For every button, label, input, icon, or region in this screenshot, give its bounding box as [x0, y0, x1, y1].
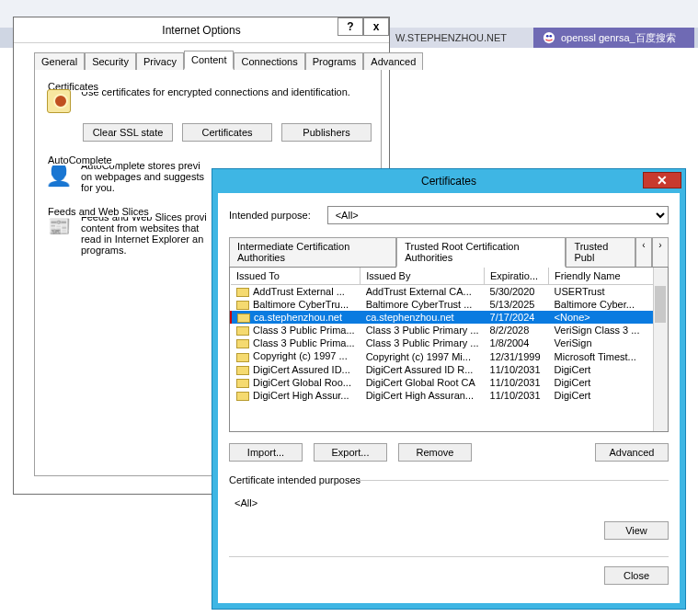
- cell: 8/2/2028: [485, 324, 549, 337]
- tab-privacy[interactable]: Privacy: [136, 52, 184, 70]
- tab-connections[interactable]: Connections: [234, 52, 304, 70]
- cell: <None>: [549, 311, 667, 324]
- table-row[interactable]: AddTrust External ...AddTrust External C…: [231, 285, 667, 299]
- autocomplete-group-title: AutoComplete: [44, 154, 116, 165]
- tab-scroll-left[interactable]: ‹: [635, 237, 652, 268]
- cell: USERTrust: [549, 285, 667, 299]
- tab-scroll-right[interactable]: ›: [652, 237, 669, 268]
- scrollbar[interactable]: [653, 268, 668, 431]
- col-issued-to[interactable]: Issued To: [231, 268, 360, 285]
- tab-general[interactable]: General: [34, 52, 85, 70]
- cell: DigiCert Assured ID R...: [360, 363, 485, 376]
- help-button[interactable]: ?: [338, 17, 363, 36]
- certificates-group: Certificates Use certificates for encryp…: [44, 77, 372, 151]
- cell: Class 3 Public Prima...: [231, 337, 360, 349]
- certificates-title: Certificates: [421, 175, 476, 188]
- tab-programs[interactable]: Programs: [305, 52, 364, 70]
- certificate-icon: [236, 366, 249, 375]
- cell: AddTrust External CA...: [360, 285, 485, 299]
- tab-label: openssl genrsa_百度搜索: [561, 31, 676, 45]
- cell: Class 3 Public Primary ...: [360, 324, 485, 337]
- table-row[interactable]: ca.stephenzhou.netca.stephenzhou.net7/17…: [231, 311, 667, 324]
- tab-label: W.STEPHENZHOU.NET: [395, 32, 507, 43]
- cell: DigiCert High Assur...: [231, 389, 360, 402]
- cell: 11/10/2031: [485, 389, 549, 402]
- certificate-icon: [236, 301, 249, 310]
- table-row[interactable]: DigiCert Global Roo...DigiCert Global Ro…: [231, 376, 667, 389]
- cell: ca.stephenzhou.net: [360, 311, 485, 324]
- certificate-icon: [236, 339, 249, 348]
- col-issued-by[interactable]: Issued By: [360, 268, 485, 285]
- svg-point-0: [544, 32, 555, 43]
- tab-trusted-root-ca[interactable]: Trusted Root Certification Authorities: [396, 237, 566, 268]
- export-button[interactable]: Export...: [314, 443, 387, 462]
- cell: DigiCert: [549, 389, 667, 402]
- cell: VeriSign Class 3 ...: [549, 324, 667, 337]
- certificates-list[interactable]: Issued To Issued By Expiratio... Friendl…: [229, 267, 669, 432]
- internet-options-titlebar[interactable]: Internet Options ? x: [14, 17, 389, 43]
- certificates-button[interactable]: Certificates: [182, 123, 272, 142]
- scrollbar-thumb[interactable]: [655, 286, 666, 323]
- cell: VeriSign: [549, 337, 667, 349]
- table-row[interactable]: Class 3 Public Prima...Class 3 Public Pr…: [231, 337, 667, 349]
- tab-trusted-publishers[interactable]: Trusted Publ: [566, 237, 635, 268]
- certificate-icon: [236, 353, 249, 362]
- tab-intermediate-ca[interactable]: Intermediate Certification Authorities: [229, 237, 396, 268]
- cell: 1/8/2004: [485, 337, 549, 349]
- certificate-icon: [236, 392, 249, 401]
- certificate-icon: [44, 86, 74, 116]
- advanced-button[interactable]: Advanced: [595, 443, 669, 462]
- svg-point-1: [546, 35, 549, 38]
- close-dialog-button[interactable]: Close: [604, 566, 669, 585]
- cell: Baltimore Cyber...: [549, 298, 667, 311]
- table-row[interactable]: DigiCert High Assur...DigiCert High Assu…: [231, 389, 667, 402]
- certificate-icon: [236, 379, 249, 388]
- feeds-desc: Feeds and Web Slices provi content from …: [81, 211, 207, 256]
- intended-purposes-value: <All>: [235, 497, 669, 508]
- certificates-desc: Use certificates for encrypted connectio…: [81, 86, 350, 97]
- table-row[interactable]: DigiCert Assured ID...DigiCert Assured I…: [231, 363, 667, 376]
- close-icon: ✕: [657, 173, 668, 188]
- cell: ca.stephenzhou.net: [231, 311, 360, 324]
- table-row[interactable]: Class 3 Public Prima...Class 3 Public Pr…: [231, 324, 667, 337]
- col-friendly-name[interactable]: Friendly Name: [549, 268, 667, 285]
- import-button[interactable]: Import...: [229, 443, 303, 462]
- table-row[interactable]: Baltimore CyberTru...Baltimore CyberTrus…: [231, 298, 667, 311]
- table-row[interactable]: Copyright (c) 1997 ...Copyright (c) 1997…: [231, 349, 667, 362]
- cell: Baltimore CyberTrust ...: [360, 298, 485, 311]
- cell: 5/30/2020: [485, 285, 549, 299]
- remove-button[interactable]: Remove: [398, 443, 472, 462]
- cell: 7/17/2024: [485, 311, 549, 324]
- cell: DigiCert: [549, 376, 667, 389]
- col-expiration[interactable]: Expiratio...: [485, 268, 549, 285]
- certificate-icon: [237, 314, 250, 323]
- cell: 12/31/1999: [485, 349, 549, 362]
- close-button[interactable]: ✕: [643, 172, 681, 188]
- browser-tab-baidu[interactable]: openssl genrsa_百度搜索: [533, 28, 694, 48]
- close-button[interactable]: x: [363, 17, 389, 36]
- clear-ssl-button[interactable]: Clear SSL state: [83, 123, 173, 142]
- certificate-icon: [236, 326, 249, 336]
- table-header-row: Issued To Issued By Expiratio... Friendl…: [231, 268, 667, 285]
- cell: Class 3 Public Primary ...: [360, 337, 485, 349]
- cell: AddTrust External ...: [231, 285, 360, 299]
- cell: DigiCert Global Root CA: [360, 376, 485, 389]
- cell: Microsoft Timest...: [549, 349, 667, 362]
- intended-purpose-select[interactable]: <All>: [327, 206, 669, 224]
- intended-purpose-label: Intended purpose:: [229, 210, 311, 221]
- certificates-titlebar[interactable]: Certificates ✕: [212, 169, 685, 193]
- certificates-tabs: Intermediate Certification Authorities T…: [229, 237, 669, 268]
- cell: 11/10/2031: [485, 376, 549, 389]
- cell: Baltimore CyberTru...: [231, 298, 360, 311]
- certificate-icon: [236, 288, 249, 297]
- tab-security[interactable]: Security: [85, 52, 136, 70]
- cell: DigiCert High Assuran...: [360, 389, 485, 402]
- publishers-button[interactable]: Publishers: [281, 123, 372, 142]
- cell: DigiCert Assured ID...: [231, 363, 360, 376]
- view-button[interactable]: View: [604, 521, 669, 540]
- browser-tab-stephenzhou[interactable]: W.STEPHENZHOU.NET: [386, 28, 533, 48]
- tab-advanced[interactable]: Advanced: [363, 52, 423, 70]
- cell: 5/13/2025: [485, 298, 549, 311]
- feeds-group-title: Feeds and Web Slices: [44, 206, 153, 217]
- tab-content[interactable]: Content: [184, 51, 235, 70]
